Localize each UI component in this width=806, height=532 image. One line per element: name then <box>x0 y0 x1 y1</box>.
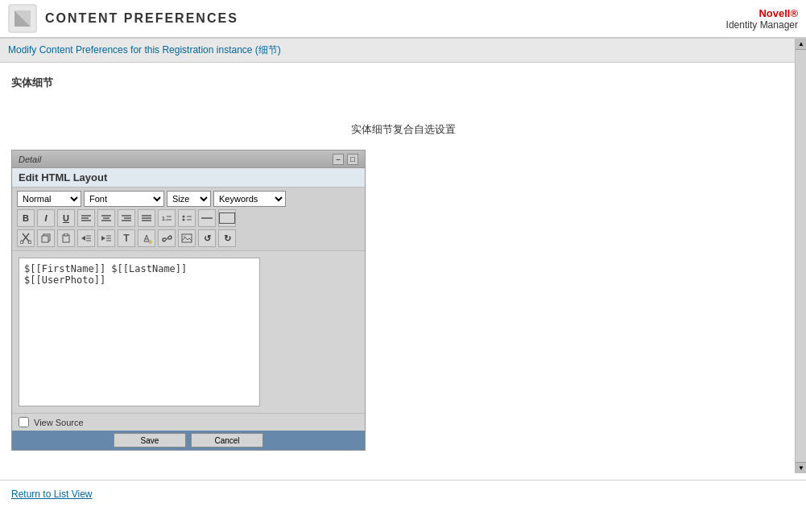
outdent-button[interactable] <box>97 229 115 247</box>
page-title: CONTENT PREFERENCES <box>45 11 238 26</box>
insert-image-button[interactable] <box>178 229 196 247</box>
svg-point-25 <box>20 241 23 244</box>
detail-panel-title: Detail <box>19 155 41 164</box>
footer: Return to List View <box>0 480 806 508</box>
svg-rect-40 <box>149 241 151 243</box>
breadcrumb: Modify Content Preferences for this Regi… <box>8 44 281 56</box>
svg-marker-35 <box>101 236 105 241</box>
svg-rect-30 <box>64 233 68 236</box>
redo-button[interactable]: ↻ <box>218 229 236 247</box>
toolbar-row-tools: T <box>17 229 360 247</box>
unordered-list-button[interactable] <box>178 209 196 227</box>
header-left: CONTENT PREFERENCES <box>8 4 238 33</box>
horizontal-rule-button[interactable] <box>198 209 216 227</box>
toolbar-row-dropdowns: Normal Font Size Keywords <box>17 191 360 207</box>
font-select[interactable]: Font <box>84 191 164 207</box>
ordered-list-button[interactable]: 1. <box>158 209 176 227</box>
detail-panel-controls: – □ <box>333 154 358 165</box>
section-title: 实体细节 <box>11 76 795 90</box>
toolbar-row-format: B I U 1. <box>17 209 360 227</box>
main-content: 实体细节 实体细节复合自选设置 Detail – □ Edit HTML Lay… <box>0 63 806 464</box>
scroll-down-button[interactable]: ▼ <box>796 462 806 473</box>
novell-name: Novell® <box>726 7 798 19</box>
header: CONTENT PREFERENCES Novell® Identity Man… <box>0 0 806 39</box>
detail-panel-titlebar: Detail – □ <box>12 151 365 168</box>
cancel-button[interactable]: Cancel <box>191 433 263 447</box>
align-center-button[interactable] <box>97 209 115 227</box>
italic-button[interactable]: I <box>37 209 55 227</box>
action-bar: Save Cancel <box>12 431 365 450</box>
insert-box-button[interactable] <box>218 209 236 227</box>
view-source-label: View Source <box>34 418 84 427</box>
editor-area: $[[FirstName]] $[[LastName]] $[[UserPhot… <box>12 251 365 413</box>
underline-button[interactable]: U <box>57 209 75 227</box>
svg-rect-42 <box>182 234 192 242</box>
text-format-button[interactable]: T <box>118 229 135 247</box>
box-icon <box>219 212 235 224</box>
view-source-checkbox[interactable] <box>19 417 29 427</box>
svg-line-41 <box>166 237 168 240</box>
svg-point-19 <box>183 219 185 221</box>
editor-line-2: $[[UserPhoto]] <box>24 274 254 286</box>
save-button[interactable]: Save <box>114 433 186 447</box>
edit-html-layout-header: Edit HTML Layout <box>12 168 365 188</box>
svg-text:1.: 1. <box>162 216 167 221</box>
scroll-up-button[interactable]: ▲ <box>796 39 806 50</box>
style-select[interactable]: Normal <box>17 191 81 207</box>
novell-brand: Novell® Identity Manager <box>726 7 798 31</box>
align-left-button[interactable] <box>77 209 95 227</box>
editor-toolbar: Normal Font Size Keywords B I U <box>12 188 365 251</box>
page-scrollbar: ▲ ▼ <box>795 39 806 473</box>
return-to-list-link[interactable]: Return to List View <box>11 489 93 500</box>
cut-button[interactable] <box>17 229 35 247</box>
undo-button[interactable]: ↺ <box>198 229 216 247</box>
editor-line-1: $[[FirstName]] $[[LastName]] <box>24 263 254 274</box>
maximize-button[interactable]: □ <box>347 154 358 165</box>
center-label: 实体细节复合自选设置 <box>11 122 795 137</box>
editor-bottom: View Source <box>12 413 365 431</box>
insert-link-button[interactable] <box>158 229 176 247</box>
svg-point-18 <box>183 216 185 218</box>
detail-panel: Detail – □ Edit HTML Layout Normal Font … <box>11 150 366 451</box>
indent-button[interactable] <box>77 229 95 247</box>
minimize-button[interactable]: – <box>333 154 344 165</box>
size-select[interactable]: Size <box>167 191 211 207</box>
svg-marker-31 <box>81 236 85 241</box>
app-logo-icon <box>8 4 37 33</box>
bold-button[interactable]: B <box>17 209 35 227</box>
copy-button[interactable] <box>37 229 55 247</box>
svg-rect-28 <box>42 236 48 242</box>
editor-content-box[interactable]: $[[FirstName]] $[[LastName]] $[[UserPhot… <box>19 258 260 406</box>
justify-button[interactable] <box>138 209 155 227</box>
align-right-button[interactable] <box>118 209 135 227</box>
color-fill-button[interactable] <box>138 229 155 247</box>
svg-point-26 <box>28 241 31 244</box>
breadcrumb-bar: Modify Content Preferences for this Regi… <box>0 39 806 63</box>
paste-button[interactable] <box>57 229 75 247</box>
identity-manager-label: Identity Manager <box>726 19 798 31</box>
keywords-select[interactable]: Keywords <box>213 191 286 207</box>
